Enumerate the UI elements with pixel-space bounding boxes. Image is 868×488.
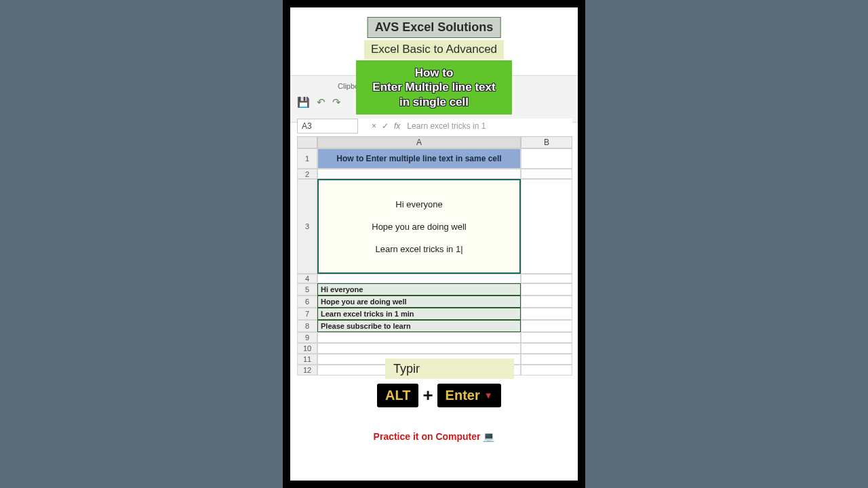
row-header[interactable]: 5: [297, 283, 317, 296]
banner-line: in single cell: [360, 95, 508, 109]
row-4: 4: [297, 274, 572, 283]
name-box[interactable]: A3: [297, 119, 358, 134]
multiline-text: Hi everyone: [395, 199, 442, 209]
cell-a1[interactable]: How to Enter multiple line text in same …: [317, 148, 521, 169]
row-header[interactable]: 6: [297, 296, 317, 308]
cell-a2[interactable]: [317, 169, 521, 179]
cell-b11[interactable]: [521, 354, 572, 365]
row-2: 2: [297, 169, 572, 179]
row-3: 3 Hi everyone Hope you are doing well Le…: [297, 179, 572, 274]
row-header[interactable]: 1: [297, 148, 317, 169]
cancel-icon[interactable]: ×: [372, 121, 376, 131]
enter-key-label: Enter: [446, 388, 480, 403]
practice-caption: Practice it on Computer 💻: [290, 431, 578, 442]
column-headers: A B: [297, 136, 572, 148]
channel-title-badge: AVS Excel Solutions: [368, 17, 501, 38]
course-title-badge: Excel Basic to Advanced: [364, 40, 504, 59]
row-header[interactable]: 3: [297, 179, 317, 274]
row-header[interactable]: 10: [297, 343, 317, 354]
formula-input[interactable]: Learn excel tricks in 1: [407, 121, 486, 131]
cell-b7[interactable]: [521, 308, 572, 320]
cell-b4[interactable]: [521, 274, 572, 283]
enter-key-badge: Enter ▼: [437, 384, 501, 407]
cell-a4[interactable]: [317, 274, 521, 283]
plus-icon: +: [422, 385, 433, 406]
quick-access-toolbar: 💾 ↶ ↷: [297, 96, 341, 108]
row-6: 6 Hope you are doing well: [297, 296, 572, 308]
row-header[interactable]: 8: [297, 320, 317, 332]
cell-a5[interactable]: Hi everyone: [317, 283, 521, 296]
save-icon[interactable]: 💾: [297, 96, 310, 108]
typing-caption-overlay: Typir: [385, 359, 514, 379]
column-header-b[interactable]: B: [521, 136, 572, 148]
cell-b5[interactable]: [521, 283, 572, 296]
row-header[interactable]: 7: [297, 308, 317, 320]
multiline-text: Hope you are doing well: [372, 222, 466, 232]
cell-a3-active[interactable]: Hi everyone Hope you are doing well Lear…: [317, 179, 521, 274]
row-5: 5 Hi everyone: [297, 283, 572, 296]
redo-icon[interactable]: ↷: [332, 96, 341, 108]
cell-b8[interactable]: [521, 320, 572, 332]
fx-icon[interactable]: fx: [394, 121, 400, 131]
cell-b9[interactable]: [521, 332, 572, 343]
cell-a10[interactable]: [317, 343, 521, 354]
row-header[interactable]: 2: [297, 169, 317, 179]
cell-b10[interactable]: [521, 343, 572, 354]
row-9: 9: [297, 332, 572, 343]
banner-line: How to: [360, 66, 508, 80]
cell-a8[interactable]: Please subscribe to learn: [317, 320, 521, 332]
cell-b12[interactable]: [521, 365, 572, 375]
column-header-a[interactable]: A: [317, 136, 521, 148]
row-10: 10: [297, 343, 572, 354]
row-7: 7 Learn excel tricks in 1 min: [297, 308, 572, 320]
keyboard-shortcut-overlay: ALT + Enter ▼: [377, 384, 501, 407]
row-header[interactable]: 12: [297, 365, 317, 375]
alt-key-badge: ALT: [377, 384, 418, 407]
cell-b3[interactable]: [521, 179, 572, 274]
topic-banner: How to Enter Multiple line text in singl…: [356, 60, 512, 115]
cell-a7[interactable]: Learn excel tricks in 1 min: [317, 308, 521, 320]
formula-bar: A3 × ✓ fx Learn excel tricks in 1: [297, 119, 572, 134]
row-header[interactable]: 11: [297, 354, 317, 365]
select-all-corner[interactable]: [297, 136, 317, 148]
cell-b1[interactable]: [521, 148, 572, 169]
cell-b6[interactable]: [521, 296, 572, 308]
cell-b2[interactable]: [521, 169, 572, 179]
multiline-text: Learn excel tricks in 1|: [375, 244, 462, 254]
row-header[interactable]: 4: [297, 274, 317, 283]
row-header[interactable]: 9: [297, 332, 317, 343]
undo-icon[interactable]: ↶: [317, 96, 326, 108]
enter-icon[interactable]: ✓: [382, 121, 389, 131]
phone-frame: AVS Excel Solutions Excel Basic to Advan…: [283, 0, 585, 488]
content-area: AVS Excel Solutions Excel Basic to Advan…: [290, 7, 578, 481]
triangle-down-icon: ▼: [484, 390, 493, 401]
cell-a9[interactable]: [317, 332, 521, 343]
banner-line: Enter Multiple line text: [360, 80, 508, 94]
row-8: 8 Please subscribe to learn: [297, 320, 572, 332]
cell-a6[interactable]: Hope you are doing well: [317, 296, 521, 308]
row-1: 1 How to Enter multiple line text in sam…: [297, 148, 572, 169]
